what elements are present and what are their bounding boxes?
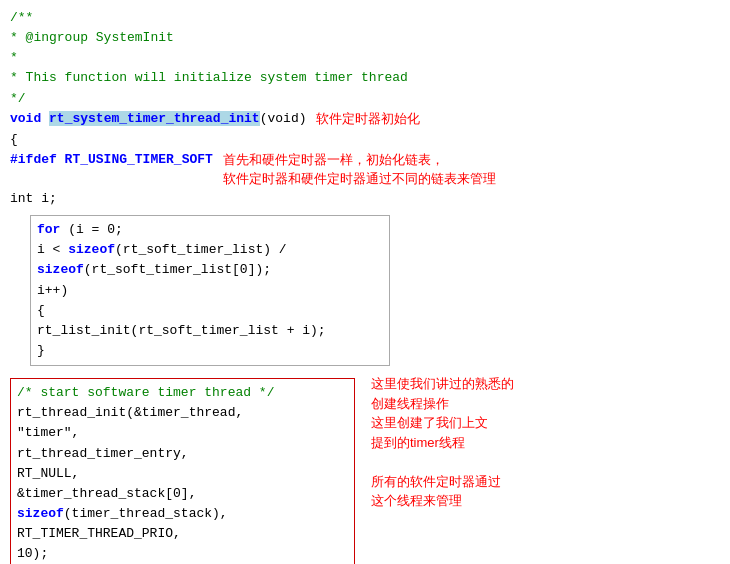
annotation-box2-spacer xyxy=(371,452,720,472)
func-params: (void) xyxy=(260,111,307,126)
ifdef-directive: #ifdef RT_USING_TIMER_SOFT xyxy=(10,152,213,167)
ifdef-row: #ifdef RT_USING_TIMER_SOFT 首先和硬件定时器一样，初始… xyxy=(10,150,720,189)
code-view: /** * @ingroup SystemInit * * This funct… xyxy=(10,8,720,564)
annotation-box2-line6: 所有的软件定时器通过 xyxy=(371,472,720,492)
comment-line: /** xyxy=(10,8,720,28)
annotation-title: 软件定时器初始化 xyxy=(316,109,720,130)
annotation-box2-line7: 这个线程来管理 xyxy=(371,491,720,511)
func-signature-row: void rt_system_timer_thread_init(void) 软… xyxy=(10,109,720,130)
annotation-box2-line4: 提到的timer线程 xyxy=(371,433,720,453)
comment-line: * @ingroup SystemInit xyxy=(10,28,720,48)
annotation-box2-line2: 创建线程操作 xyxy=(371,394,720,414)
func-name: rt_system_timer_thread_init xyxy=(49,111,260,126)
comment-line: */ xyxy=(10,89,720,109)
func-signature: void rt_system_timer_thread_init(void) xyxy=(10,109,306,129)
open-brace: { xyxy=(10,130,720,150)
thread-init-box: /* start software timer thread */ rt_thr… xyxy=(10,378,355,564)
comment-line: * This function will initialize system t… xyxy=(10,68,720,88)
annotation-box1-line1: 首先和硬件定时器一样，初始化链表， xyxy=(223,150,720,170)
int-decl: int i; xyxy=(10,189,720,209)
annotation-box2-line3: 这里创建了我们上文 xyxy=(371,413,720,433)
annotation-box2-line1: 这里使我们讲过的熟悉的 xyxy=(371,374,720,394)
annotation-box1-line2: 软件定时器和硬件定时器通过不同的链表来管理 xyxy=(223,169,720,189)
void-keyword: void xyxy=(10,111,41,126)
thread-section-row: /* start software timer thread */ rt_thr… xyxy=(10,374,720,564)
comment-line: * xyxy=(10,48,720,68)
for-block-box: for (i = 0; i < sizeof(rt_soft_timer_lis… xyxy=(30,215,390,366)
